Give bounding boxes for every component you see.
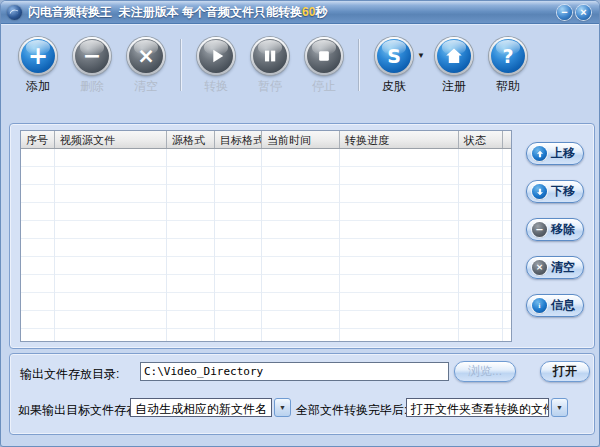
close-icon: × bbox=[580, 7, 586, 18]
column-gridline bbox=[458, 149, 459, 341]
plus-icon: + bbox=[28, 44, 48, 68]
column-header-转换进度[interactable]: 转换进度 bbox=[340, 131, 459, 148]
button-ring: − bbox=[73, 37, 111, 75]
play-icon bbox=[207, 47, 225, 65]
column-gridline bbox=[261, 149, 262, 341]
column-gridline bbox=[54, 149, 55, 341]
remove-button[interactable]: −移除 bbox=[526, 218, 584, 241]
toolbar-convert-button[interactable]: 转换 bbox=[189, 37, 243, 95]
info-button[interactable]: i信息 bbox=[526, 294, 584, 317]
close-button[interactable]: × bbox=[576, 5, 591, 20]
toolbar-add-button[interactable]: +添加 bbox=[11, 37, 65, 95]
browse-button[interactable]: 浏览... bbox=[454, 361, 516, 382]
file-table-body[interactable] bbox=[21, 149, 511, 341]
column-gridline bbox=[214, 149, 215, 341]
button-ring: S bbox=[375, 37, 413, 75]
button-ring: + bbox=[19, 37, 57, 75]
column-gridline bbox=[339, 149, 340, 341]
up-icon bbox=[536, 150, 544, 158]
clear-list-label: 清空 bbox=[551, 259, 575, 276]
help-label: 帮助 bbox=[496, 78, 520, 95]
toolbar-pause-button[interactable]: 暂停 bbox=[243, 37, 297, 95]
house-icon bbox=[445, 47, 463, 65]
file-table[interactable]: 序号视频源文件源格式目标格式当前时间转换进度状态 bbox=[20, 130, 512, 342]
chevron-down-icon[interactable]: ▼ bbox=[551, 398, 568, 417]
skin-dropdown-arrow-icon[interactable]: ▼ bbox=[417, 52, 425, 60]
app-logo-icon bbox=[7, 5, 22, 20]
column-header-filler bbox=[503, 131, 511, 148]
remove-label: 移除 bbox=[551, 221, 575, 238]
column-header-状态[interactable]: 状态 bbox=[459, 131, 503, 148]
pause-label: 暂停 bbox=[258, 78, 282, 95]
column-header-序号[interactable]: 序号 bbox=[21, 131, 55, 148]
open-button[interactable]: 打开 bbox=[540, 361, 590, 382]
help-circle: ? bbox=[491, 39, 525, 73]
clear-circle: × bbox=[129, 39, 163, 73]
stop-label: 停止 bbox=[312, 78, 336, 95]
toolbar-delete-button[interactable]: −删除 bbox=[65, 37, 119, 95]
minus-icon: − bbox=[535, 225, 543, 235]
done-option-combobox[interactable]: 打开文件夹查看转换的文件 ▼ bbox=[406, 398, 568, 417]
minimize-icon: − bbox=[561, 7, 567, 18]
info-icon: i bbox=[538, 303, 540, 309]
down-icon bbox=[536, 188, 544, 196]
skin-label: 皮肤 bbox=[382, 78, 406, 95]
minimize-button[interactable]: − bbox=[557, 5, 572, 20]
info-circle: i bbox=[532, 298, 547, 313]
output-panel: 输出文件存放目录: 浏览... 打开 如果输出目标文件存在: 自动生成相应的新文… bbox=[9, 353, 595, 435]
chevron-down-icon[interactable]: ▼ bbox=[274, 398, 291, 417]
toolbar-clear-button[interactable]: ×清空 bbox=[119, 37, 173, 95]
button-ring bbox=[251, 37, 289, 75]
button-ring: ? bbox=[489, 37, 527, 75]
exists-option-combobox[interactable]: 自动生成相应的新文件名 ▼ bbox=[130, 398, 291, 417]
file-list-panel: 序号视频源文件源格式目标格式当前时间转换进度状态 上移下移−移除×清空i信息 bbox=[9, 123, 595, 349]
column-header-当前时间[interactable]: 当前时间 bbox=[262, 131, 340, 148]
list-action-buttons: 上移下移−移除×清空i信息 bbox=[526, 142, 584, 317]
toolbar-register-button[interactable]: 注册 bbox=[427, 37, 481, 95]
move-down-button[interactable]: 下移 bbox=[526, 180, 584, 203]
move-up-button[interactable]: 上移 bbox=[526, 142, 584, 165]
output-dir-input[interactable] bbox=[140, 362, 449, 381]
toolbar-separator bbox=[180, 39, 182, 91]
window-title: 闪电音频转换王 未注册版本 每个音频文件只能转换60秒 bbox=[28, 4, 327, 21]
column-header-视频源文件[interactable]: 视频源文件 bbox=[55, 131, 167, 148]
stop-circle bbox=[307, 39, 341, 73]
info-label: 信息 bbox=[551, 297, 575, 314]
convert-circle bbox=[199, 39, 233, 73]
clear-list-button[interactable]: ×清空 bbox=[526, 256, 584, 279]
add-circle: + bbox=[21, 39, 55, 73]
exists-option-label: 如果输出目标文件存在: bbox=[18, 402, 141, 419]
register-circle bbox=[437, 39, 471, 73]
column-gridline bbox=[166, 149, 167, 341]
button-ring bbox=[435, 37, 473, 75]
output-dir-label: 输出文件存放目录: bbox=[20, 366, 119, 383]
s-icon: S bbox=[387, 47, 401, 66]
toolbar-stop-button[interactable]: 停止 bbox=[297, 37, 351, 95]
question-icon: ? bbox=[502, 47, 513, 66]
app-window: 闪电音频转换王 未注册版本 每个音频文件只能转换60秒 − × +添加−删除×清… bbox=[0, 0, 600, 447]
move-down-circle bbox=[532, 184, 547, 199]
exists-option-value: 自动生成相应的新文件名 bbox=[130, 398, 272, 417]
move-up-label: 上移 bbox=[551, 145, 575, 162]
button-ring bbox=[305, 37, 343, 75]
stop-icon bbox=[315, 47, 333, 65]
toolbar: +添加−删除×清空转换暂停停止S皮肤▼注册?帮助 bbox=[11, 37, 535, 95]
register-label: 注册 bbox=[442, 78, 466, 95]
column-header-源格式[interactable]: 源格式 bbox=[167, 131, 215, 148]
delete-label: 删除 bbox=[80, 78, 104, 95]
done-option-label: 全部文件转换完毕后: bbox=[296, 402, 407, 419]
column-header-目标格式[interactable]: 目标格式 bbox=[215, 131, 262, 148]
toolbar-help-button[interactable]: ?帮助 bbox=[481, 37, 535, 95]
pause-circle bbox=[253, 39, 287, 73]
column-gridline bbox=[502, 149, 503, 341]
clear-list-circle: × bbox=[532, 260, 547, 275]
cross-icon: × bbox=[536, 263, 544, 272]
toolbar-separator bbox=[358, 39, 360, 91]
skin-circle: S bbox=[377, 39, 411, 73]
move-up-circle bbox=[532, 146, 547, 161]
file-table-header: 序号视频源文件源格式目标格式当前时间转换进度状态 bbox=[21, 131, 511, 149]
toolbar-skin-button[interactable]: S皮肤 bbox=[367, 37, 421, 95]
remove-circle: − bbox=[532, 222, 547, 237]
minus-icon: − bbox=[83, 45, 101, 67]
add-label: 添加 bbox=[26, 78, 50, 95]
